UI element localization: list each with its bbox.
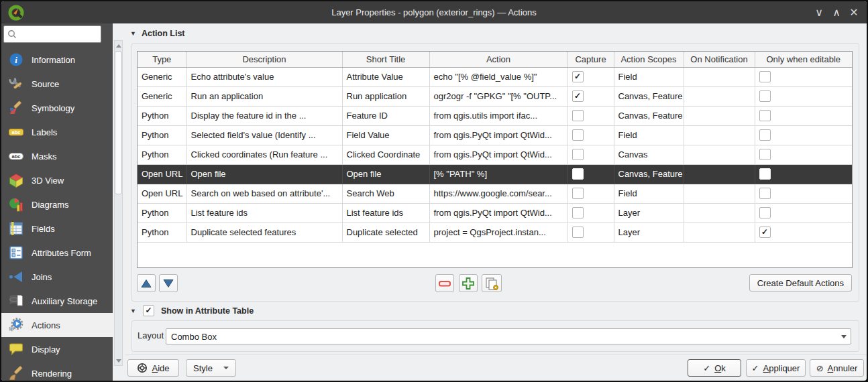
cell-type[interactable]: Python bbox=[138, 203, 186, 222]
sidebar-item-joins[interactable]: Joins bbox=[1, 265, 113, 289]
cell-description[interactable]: List feature ids bbox=[186, 203, 342, 222]
only-when-editable-checkbox[interactable] bbox=[759, 168, 771, 180]
sidebar-item-rendering[interactable]: Rendering bbox=[1, 361, 113, 381]
collapse-icon[interactable]: ▼ bbox=[130, 308, 136, 314]
cell-description[interactable]: Run an application bbox=[186, 86, 342, 106]
cancel-button[interactable]: ⊘ Annuler bbox=[810, 359, 864, 377]
cell-description[interactable]: Echo attribute's value bbox=[186, 67, 342, 86]
cell-capture[interactable]: ✓ bbox=[567, 67, 614, 86]
cell-action[interactable]: ogr2ogr -f "GPKG" "[% "OUTP... bbox=[429, 86, 567, 106]
sidebar-item-masks[interactable]: abcMasks bbox=[1, 144, 113, 168]
cell-on-notification[interactable] bbox=[684, 86, 755, 106]
cell-action[interactable]: [% "PATH" %] bbox=[429, 164, 567, 184]
cell-on-notification[interactable] bbox=[684, 164, 755, 184]
cell-action[interactable]: project = QgsProject.instan... bbox=[429, 222, 567, 242]
cell-description[interactable]: Search on web based on attribute'... bbox=[186, 184, 342, 203]
capture-checkbox[interactable] bbox=[572, 227, 584, 238]
cell-on-notification[interactable] bbox=[684, 106, 755, 125]
cell-type[interactable]: Python bbox=[138, 145, 186, 164]
sidebar-item-actions[interactable]: Actions bbox=[1, 313, 113, 337]
cell-action[interactable]: from qgis.utils import ifac... bbox=[429, 106, 567, 125]
capture-checkbox[interactable] bbox=[572, 168, 584, 180]
column-header[interactable]: Action Scopes bbox=[614, 52, 684, 67]
ok-button[interactable]: ✓ Ok bbox=[688, 359, 741, 377]
sidebar-item-3d-view[interactable]: 3D View bbox=[1, 168, 113, 192]
cell-on-notification[interactable] bbox=[684, 222, 755, 242]
cell-short-title[interactable]: Attribute Value bbox=[342, 67, 429, 86]
cell-capture[interactable] bbox=[567, 222, 614, 242]
only-when-editable-checkbox[interactable] bbox=[759, 188, 771, 199]
column-header[interactable]: Only when editable bbox=[755, 52, 852, 67]
cell-description[interactable]: Duplicate selected features bbox=[186, 222, 342, 242]
capture-checkbox[interactable] bbox=[572, 149, 584, 160]
cell-description[interactable]: Clicked coordinates (Run feature ... bbox=[186, 145, 342, 164]
cell-type[interactable]: Python bbox=[138, 125, 186, 145]
capture-checkbox[interactable] bbox=[572, 110, 584, 121]
cell-action-scopes[interactable]: Field bbox=[614, 184, 684, 203]
table-row[interactable]: PythonSelected field's value (Identify .… bbox=[138, 125, 852, 145]
move-down-button[interactable] bbox=[159, 274, 178, 292]
cell-only-when-editable[interactable] bbox=[755, 67, 852, 86]
cell-short-title[interactable]: Open file bbox=[342, 164, 429, 184]
cell-capture[interactable] bbox=[567, 164, 614, 184]
cell-action-scopes[interactable]: Layer bbox=[614, 222, 684, 242]
table-row[interactable]: GenericRun an applicationRun application… bbox=[138, 86, 852, 106]
cell-capture[interactable] bbox=[567, 203, 614, 222]
cell-only-when-editable[interactable] bbox=[755, 86, 852, 106]
capture-checkbox[interactable] bbox=[572, 188, 584, 199]
table-row[interactable]: PythonDisplay the feature id in the ...F… bbox=[138, 106, 852, 125]
show-in-attribute-table-header[interactable]: ▼ ✓ Show in Attribute Table bbox=[130, 305, 254, 316]
cell-action-scopes[interactable]: Layer bbox=[614, 203, 684, 222]
action-list-section-header[interactable]: ▼ Action List bbox=[130, 29, 185, 38]
cell-on-notification[interactable] bbox=[684, 184, 755, 203]
cell-capture[interactable]: ✓ bbox=[567, 86, 614, 106]
cell-description[interactable]: Selected field's value (Identify ... bbox=[186, 125, 342, 145]
cell-only-when-editable[interactable] bbox=[755, 203, 852, 222]
cell-only-when-editable[interactable] bbox=[755, 164, 852, 184]
cell-capture[interactable] bbox=[567, 106, 614, 125]
cell-short-title[interactable]: Duplicate selected bbox=[342, 222, 429, 242]
minimize-button[interactable]: ∨ bbox=[813, 7, 825, 19]
layout-combobox[interactable]: Combo Box bbox=[166, 328, 851, 344]
add-action-button[interactable] bbox=[459, 274, 478, 292]
cell-action-scopes[interactable]: Canvas, Feature bbox=[614, 86, 684, 106]
cell-capture[interactable] bbox=[567, 145, 614, 164]
cell-capture[interactable] bbox=[567, 125, 614, 145]
table-row[interactable]: GenericEcho attribute's valueAttribute V… bbox=[138, 67, 852, 86]
cell-only-when-editable[interactable] bbox=[755, 125, 852, 145]
cell-action[interactable]: echo "[% @field_value %]" bbox=[429, 67, 567, 86]
cell-action[interactable]: from qgis.PyQt import QtWid... bbox=[429, 125, 567, 145]
sidebar-scrollbar[interactable] bbox=[114, 40, 123, 366]
capture-checkbox[interactable]: ✓ bbox=[572, 90, 584, 102]
table-row[interactable]: PythonList feature idsList feature idsfr… bbox=[138, 203, 852, 222]
cell-action-scopes[interactable]: Canvas bbox=[614, 145, 684, 164]
cell-short-title[interactable]: List feature ids bbox=[342, 203, 429, 222]
cell-action-scopes[interactable]: Canvas, Feature bbox=[614, 164, 684, 184]
cell-on-notification[interactable] bbox=[684, 203, 755, 222]
column-header[interactable]: Short Title bbox=[342, 52, 429, 67]
sidebar-item-source[interactable]: Source bbox=[1, 72, 113, 96]
cell-type[interactable]: Generic bbox=[138, 67, 186, 86]
column-header[interactable]: Capture bbox=[567, 52, 614, 67]
sidebar-item-attributes-form[interactable]: Attributes Form bbox=[1, 241, 113, 265]
only-when-editable-checkbox[interactable] bbox=[759, 71, 771, 82]
cell-type[interactable]: Open URL bbox=[138, 164, 186, 184]
sidebar-item-display[interactable]: Display bbox=[1, 337, 113, 361]
cell-on-notification[interactable] bbox=[684, 67, 755, 86]
cell-capture[interactable] bbox=[567, 184, 614, 203]
cell-on-notification[interactable] bbox=[684, 125, 755, 145]
table-row[interactable]: Open URLOpen fileOpen file[% "PATH" %]Ca… bbox=[138, 164, 852, 184]
column-header[interactable]: On Notification bbox=[684, 52, 755, 67]
close-button[interactable]: ✕ bbox=[848, 7, 860, 19]
cell-type[interactable]: Open URL bbox=[138, 184, 186, 203]
cell-only-when-editable[interactable] bbox=[755, 184, 852, 203]
only-when-editable-checkbox[interactable] bbox=[759, 149, 771, 160]
cell-action[interactable]: from qgis.PyQt import QtWid... bbox=[429, 145, 567, 164]
cell-type[interactable]: Python bbox=[138, 106, 186, 125]
capture-checkbox[interactable]: ✓ bbox=[572, 71, 584, 82]
sidebar-scrollbar-thumb[interactable] bbox=[115, 51, 122, 194]
table-row[interactable]: Open URLSearch on web based on attribute… bbox=[138, 184, 852, 203]
style-button[interactable]: Style bbox=[186, 359, 236, 377]
sidebar-item-diagrams[interactable]: Diagrams bbox=[1, 192, 113, 216]
scroll-up-icon[interactable] bbox=[115, 42, 122, 50]
